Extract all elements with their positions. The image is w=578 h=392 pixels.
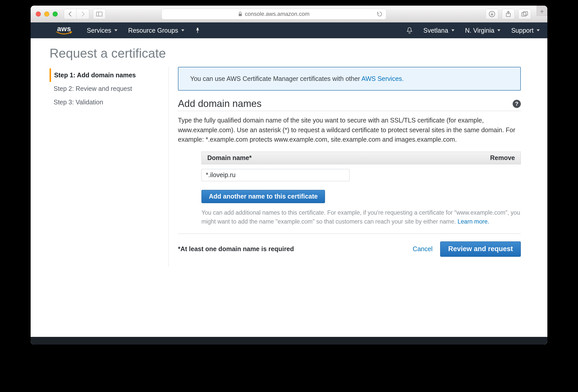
step-2-label: Step 2: Review and request bbox=[54, 85, 132, 92]
main-content: You can use AWS Certificate Manager cert… bbox=[178, 67, 521, 267]
info-text: You can use AWS Certificate Manager cert… bbox=[190, 75, 362, 82]
page-body: Request a certificate Step 1: Add domain… bbox=[31, 38, 547, 345]
safari-toolbar: console.aws.amazon.com + bbox=[31, 6, 547, 22]
nav-region-menu[interactable]: N. Virginia bbox=[465, 27, 501, 34]
back-button[interactable] bbox=[64, 9, 77, 19]
svg-rect-0 bbox=[97, 12, 102, 16]
new-tab-button[interactable]: + bbox=[537, 6, 547, 16]
info-banner: You can use AWS Certificate Manager cert… bbox=[178, 67, 521, 91]
aws-logo[interactable]: aws bbox=[56, 26, 72, 35]
step-1[interactable]: Step 1: Add domain names bbox=[50, 68, 159, 82]
close-window-button[interactable] bbox=[36, 11, 41, 17]
required-note: *At least one domain name is required bbox=[178, 245, 294, 253]
vertical-divider bbox=[168, 67, 169, 267]
nav-services[interactable]: Services bbox=[87, 27, 117, 34]
minimize-window-button[interactable] bbox=[44, 11, 49, 17]
aws-services-link[interactable]: AWS Services. bbox=[362, 75, 404, 82]
domain-col-name: Domain name* bbox=[207, 154, 252, 162]
nav-region-label: N. Virginia bbox=[465, 27, 495, 34]
browser-window: console.aws.amazon.com + bbox=[31, 6, 547, 345]
bell-icon bbox=[406, 27, 413, 34]
pin-icon bbox=[195, 28, 200, 33]
step-2[interactable]: Step 2: Review and request bbox=[50, 82, 159, 95]
learn-more-link[interactable]: Learn more. bbox=[457, 218, 489, 225]
address-bar[interactable]: console.aws.amazon.com bbox=[162, 9, 386, 19]
caret-down-icon bbox=[497, 29, 500, 31]
nav-services-label: Services bbox=[87, 27, 111, 34]
step-3[interactable]: Step 3: Validation bbox=[50, 95, 159, 109]
review-button-label: Review and request bbox=[448, 245, 513, 253]
lock-icon bbox=[238, 12, 242, 16]
nav-user-label: Svetlana bbox=[423, 27, 448, 34]
domain-table: Domain name* Remove Add another name to … bbox=[201, 152, 521, 226]
caret-down-icon bbox=[451, 29, 454, 31]
notifications-button[interactable] bbox=[406, 27, 413, 34]
aws-logo-text: aws bbox=[57, 26, 71, 31]
cancel-link[interactable]: Cancel bbox=[413, 245, 433, 253]
nav-back-forward bbox=[64, 9, 89, 19]
domain-input[interactable] bbox=[201, 169, 350, 181]
add-another-name-label: Add another name to this certificate bbox=[209, 193, 318, 200]
aws-swoosh-icon bbox=[56, 31, 72, 35]
share-button[interactable] bbox=[502, 9, 515, 19]
domain-col-remove: Remove bbox=[490, 154, 515, 162]
sidebar-toggle-button[interactable] bbox=[93, 9, 106, 19]
caret-down-icon bbox=[114, 29, 117, 31]
nav-support-menu[interactable]: Support bbox=[511, 27, 540, 34]
nav-support-label: Support bbox=[511, 27, 534, 34]
nav-resource-groups-label: Resource Groups bbox=[128, 27, 178, 34]
window-controls bbox=[36, 11, 58, 17]
svg-rect-7 bbox=[522, 13, 526, 16]
svg-rect-2 bbox=[239, 14, 242, 16]
footer-row: *At least one domain name is required Ca… bbox=[178, 234, 521, 257]
domain-row bbox=[201, 169, 521, 181]
caret-down-icon bbox=[537, 29, 540, 31]
svg-rect-8 bbox=[523, 11, 527, 15]
nav-pin[interactable] bbox=[195, 28, 200, 33]
add-another-name-button[interactable]: Add another name to this certificate bbox=[201, 190, 325, 203]
downloads-button[interactable] bbox=[486, 9, 498, 19]
forward-button[interactable] bbox=[77, 9, 89, 19]
nav-resource-groups[interactable]: Resource Groups bbox=[128, 27, 184, 34]
step-3-label: Step 3: Validation bbox=[54, 99, 103, 106]
section-description: Type the fully qualified domain name of … bbox=[178, 116, 521, 144]
wizard-steps: Step 1: Add domain names Step 2: Review … bbox=[50, 67, 159, 267]
domain-table-header: Domain name* Remove bbox=[201, 152, 521, 164]
review-and-request-button[interactable]: Review and request bbox=[440, 241, 521, 257]
help-icon[interactable]: ? bbox=[513, 100, 521, 108]
nav-user-menu[interactable]: Svetlana bbox=[423, 27, 454, 34]
show-tabs-button[interactable] bbox=[518, 9, 531, 19]
section-heading: Add domain names bbox=[178, 98, 261, 109]
aws-top-nav: aws Services Resource Groups Svetlana bbox=[31, 22, 547, 38]
fullscreen-window-button[interactable] bbox=[53, 11, 58, 17]
aws-footer-bar bbox=[31, 337, 547, 345]
add-name-hint: You can add additional names to this cer… bbox=[201, 208, 521, 226]
page-title: Request a certificate bbox=[50, 46, 521, 61]
url-text: console.aws.amazon.com bbox=[245, 11, 309, 17]
step-1-label: Step 1: Add domain names bbox=[54, 71, 136, 79]
caret-down-icon bbox=[181, 29, 184, 31]
refresh-button[interactable] bbox=[377, 11, 382, 17]
